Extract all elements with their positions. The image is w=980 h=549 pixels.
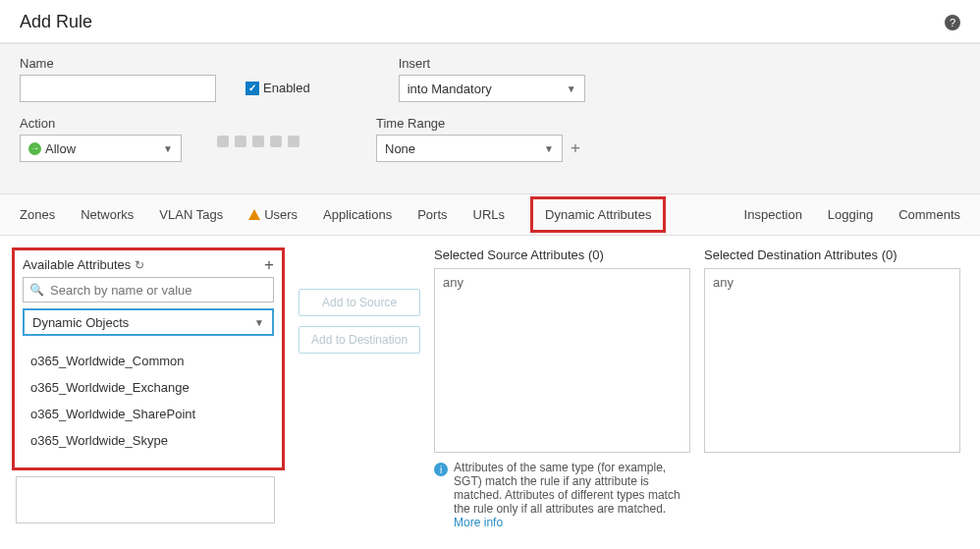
refresh-icon[interactable]: ↻ xyxy=(135,258,144,272)
chevron-down-icon: ▼ xyxy=(567,83,576,94)
chevron-down-icon: ▼ xyxy=(254,317,264,328)
policy-icons xyxy=(217,136,299,162)
key-icon xyxy=(252,136,264,147)
attribute-type-select[interactable]: Dynamic Objects ▼ xyxy=(23,308,274,336)
shield-icon xyxy=(217,136,229,147)
search-box[interactable]: 🔍 xyxy=(23,277,274,302)
tab-ports[interactable]: Ports xyxy=(417,195,447,234)
selected-source-box[interactable]: any xyxy=(434,268,690,453)
attribute-type-value: Dynamic Objects xyxy=(32,315,129,330)
selected-destination-placeholder: any xyxy=(713,275,734,290)
enabled-label: Enabled xyxy=(263,81,310,95)
available-attributes-panel: Available Attributes ↻ + 🔍 Dynamic Objec… xyxy=(12,247,285,470)
selected-source-placeholder: any xyxy=(443,275,463,290)
chevron-down-icon: ▼ xyxy=(163,143,173,154)
time-range-label: Time Range xyxy=(376,116,580,131)
add-time-range-button[interactable]: + xyxy=(571,138,580,158)
available-extension-box xyxy=(16,476,275,523)
add-to-source-button[interactable]: Add to Source xyxy=(299,289,420,316)
tab-vlan-tags[interactable]: VLAN Tags xyxy=(159,195,223,234)
time-range-select[interactable]: None ▼ xyxy=(376,135,563,162)
more-info-link[interactable]: More info xyxy=(454,516,503,529)
enabled-checkbox[interactable]: ✓ xyxy=(245,82,259,95)
tab-comments[interactable]: Comments xyxy=(898,195,960,234)
search-input[interactable] xyxy=(48,282,267,299)
insert-value: into Mandatory xyxy=(408,82,492,96)
available-attributes-title: Available Attributes xyxy=(23,257,131,272)
file-icon xyxy=(235,136,246,147)
list-icon xyxy=(288,136,299,147)
selected-destination-box[interactable]: any xyxy=(704,268,960,453)
action-value: Allow xyxy=(45,141,76,156)
list-item[interactable]: o365_Worldwide_Skype xyxy=(27,427,270,454)
info-icon: i xyxy=(434,463,448,476)
time-range-value: None xyxy=(385,141,415,156)
list-item[interactable]: o365_Worldwide_SharePoint xyxy=(27,401,270,427)
name-label: Name xyxy=(20,56,216,71)
selected-destination-label: Selected Destination Attributes (0) xyxy=(704,247,960,262)
mail-icon xyxy=(270,136,282,147)
tab-users[interactable]: Users xyxy=(248,195,298,234)
dialog-title: Add Rule xyxy=(20,12,92,32)
add-attribute-button[interactable]: + xyxy=(264,256,274,273)
allow-icon: → xyxy=(28,142,41,155)
tab-zones[interactable]: Zones xyxy=(20,195,55,234)
tab-dynamic-attributes[interactable]: Dynamic Attributes xyxy=(530,196,666,233)
tab-networks[interactable]: Networks xyxy=(81,195,134,234)
insert-select[interactable]: into Mandatory ▼ xyxy=(399,75,585,102)
tab-applications[interactable]: Applications xyxy=(323,195,392,234)
tab-logging[interactable]: Logging xyxy=(828,195,873,234)
info-text: Attributes of the same type (for example… xyxy=(454,461,690,529)
list-item[interactable]: o365_Worldwide_Exchange xyxy=(27,374,270,401)
help-icon[interactable]: ? xyxy=(945,15,960,30)
insert-label: Insert xyxy=(399,56,585,71)
search-icon: 🔍 xyxy=(29,283,44,297)
action-select[interactable]: → Allow ▼ xyxy=(20,135,182,162)
tab-inspection[interactable]: Inspection xyxy=(744,195,802,234)
warning-icon xyxy=(248,209,260,220)
chevron-down-icon: ▼ xyxy=(544,143,554,154)
action-label: Action xyxy=(20,116,182,131)
tab-urls[interactable]: URLs xyxy=(473,195,506,234)
name-input[interactable] xyxy=(20,75,216,102)
list-item[interactable]: o365_Worldwide_Common xyxy=(27,348,270,374)
add-to-destination-button[interactable]: Add to Destination xyxy=(299,326,420,354)
selected-source-label: Selected Source Attributes (0) xyxy=(434,247,690,262)
